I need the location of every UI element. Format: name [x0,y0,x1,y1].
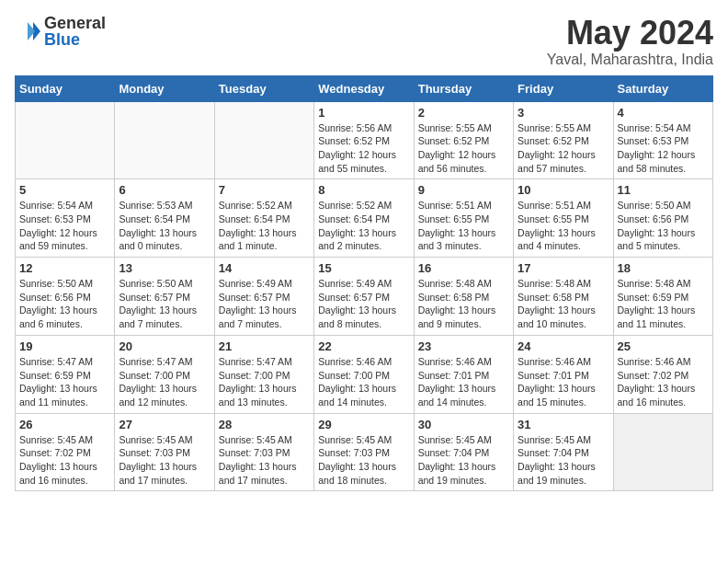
cell-text: Sunrise: 5:51 AM Sunset: 6:55 PM Dayligh… [418,199,509,253]
cell-text: Sunrise: 5:45 AM Sunset: 7:04 PM Dayligh… [518,433,609,488]
cell-text: Sunrise: 5:46 AM Sunset: 7:00 PM Dayligh… [318,355,409,409]
calendar-cell: 27Sunrise: 5:45 AM Sunset: 7:03 PM Dayli… [115,413,214,491]
calendar-cell: 28Sunrise: 5:45 AM Sunset: 7:03 PM Dayli… [214,413,313,491]
calendar-cell [16,101,115,179]
header-monday: Monday [115,75,214,101]
day-number: 26 [19,418,110,431]
cell-text: Sunrise: 5:45 AM Sunset: 7:03 PM Dayligh… [119,433,210,488]
logo: General Blue [15,15,106,48]
cell-text: Sunrise: 5:49 AM Sunset: 6:57 PM Dayligh… [318,277,409,331]
calendar-cell: 11Sunrise: 5:50 AM Sunset: 6:56 PM Dayli… [613,179,712,258]
cell-text: Sunrise: 5:52 AM Sunset: 6:54 PM Dayligh… [219,199,310,253]
logo-text: General Blue [44,15,106,48]
header-thursday: Thursday [414,75,513,101]
day-number: 4 [618,106,709,120]
day-number: 29 [318,418,409,431]
day-number: 15 [318,261,409,275]
calendar-cell: 16Sunrise: 5:48 AM Sunset: 6:58 PM Dayli… [414,258,513,336]
day-number: 23 [418,339,509,353]
cell-text: Sunrise: 5:48 AM Sunset: 6:58 PM Dayligh… [418,277,509,331]
header-sunday: Sunday [16,75,115,101]
page-header: General Blue May 2024 Yaval, Maharashtra… [15,15,713,68]
calendar-cell: 18Sunrise: 5:48 AM Sunset: 6:59 PM Dayli… [613,258,712,336]
day-number: 11 [618,183,709,197]
cell-text: Sunrise: 5:46 AM Sunset: 7:02 PM Dayligh… [618,355,709,409]
day-number: 24 [518,339,609,353]
week-row-0: 1Sunrise: 5:56 AM Sunset: 6:52 PM Daylig… [16,101,713,179]
calendar-cell: 7Sunrise: 5:52 AM Sunset: 6:54 PM Daylig… [214,179,313,258]
calendar-cell: 20Sunrise: 5:47 AM Sunset: 7:00 PM Dayli… [115,335,214,413]
cell-text: Sunrise: 5:45 AM Sunset: 7:02 PM Dayligh… [19,433,110,488]
calendar-cell: 19Sunrise: 5:47 AM Sunset: 6:59 PM Dayli… [16,335,115,413]
day-number: 30 [418,418,509,431]
calendar-cell: 6Sunrise: 5:53 AM Sunset: 6:54 PM Daylig… [115,179,214,258]
day-number: 7 [219,183,310,197]
header-friday: Friday [514,75,613,101]
logo-icon [15,18,40,44]
calendar-cell: 2Sunrise: 5:55 AM Sunset: 6:52 PM Daylig… [414,101,513,179]
day-number: 9 [418,183,509,197]
day-number: 1 [318,106,409,120]
week-row-1: 5Sunrise: 5:54 AM Sunset: 6:53 PM Daylig… [16,179,713,258]
week-row-3: 19Sunrise: 5:47 AM Sunset: 6:59 PM Dayli… [16,335,713,413]
day-number: 18 [618,261,709,275]
day-number: 8 [318,183,409,197]
calendar-cell: 8Sunrise: 5:52 AM Sunset: 6:54 PM Daylig… [314,179,414,258]
calendar-cell: 26Sunrise: 5:45 AM Sunset: 7:02 PM Dayli… [16,413,115,491]
day-number: 10 [518,183,609,197]
cell-text: Sunrise: 5:47 AM Sunset: 6:59 PM Dayligh… [19,355,110,409]
day-number: 14 [219,261,310,275]
day-number: 31 [518,418,609,431]
cell-text: Sunrise: 5:54 AM Sunset: 6:53 PM Dayligh… [19,199,110,253]
calendar-cell: 23Sunrise: 5:46 AM Sunset: 7:01 PM Dayli… [414,335,513,413]
cell-text: Sunrise: 5:54 AM Sunset: 6:53 PM Dayligh… [618,121,709,176]
day-number: 17 [518,261,609,275]
calendar-cell: 13Sunrise: 5:50 AM Sunset: 6:57 PM Dayli… [115,258,214,336]
calendar-cell: 25Sunrise: 5:46 AM Sunset: 7:02 PM Dayli… [613,335,712,413]
day-number: 13 [119,261,210,275]
calendar-cell: 12Sunrise: 5:50 AM Sunset: 6:56 PM Dayli… [16,258,115,336]
week-row-4: 26Sunrise: 5:45 AM Sunset: 7:02 PM Dayli… [16,413,713,491]
cell-text: Sunrise: 5:46 AM Sunset: 7:01 PM Dayligh… [418,355,509,409]
calendar-cell: 9Sunrise: 5:51 AM Sunset: 6:55 PM Daylig… [414,179,513,258]
day-number: 3 [518,106,609,120]
calendar-cell: 31Sunrise: 5:45 AM Sunset: 7:04 PM Dayli… [514,413,613,491]
cell-text: Sunrise: 5:45 AM Sunset: 7:03 PM Dayligh… [318,433,409,488]
calendar-cell: 29Sunrise: 5:45 AM Sunset: 7:03 PM Dayli… [314,413,414,491]
calendar-cell: 1Sunrise: 5:56 AM Sunset: 6:52 PM Daylig… [314,101,414,179]
header-row: Sunday Monday Tuesday Wednesday Thursday… [16,75,713,101]
day-number: 12 [19,261,110,275]
cell-text: Sunrise: 5:49 AM Sunset: 6:57 PM Dayligh… [219,277,310,331]
cell-text: Sunrise: 5:51 AM Sunset: 6:55 PM Dayligh… [518,199,609,253]
day-number: 2 [418,106,509,120]
logo-blue: Blue [44,31,106,48]
header-saturday: Saturday [613,75,712,101]
cell-text: Sunrise: 5:50 AM Sunset: 6:57 PM Dayligh… [119,277,210,331]
logo-general: General [44,15,106,31]
header-wednesday: Wednesday [314,75,414,101]
cell-text: Sunrise: 5:48 AM Sunset: 6:58 PM Dayligh… [518,277,609,331]
month-year: May 2024 [547,15,713,52]
cell-text: Sunrise: 5:56 AM Sunset: 6:52 PM Dayligh… [318,121,409,176]
day-number: 20 [119,339,210,353]
calendar-table: Sunday Monday Tuesday Wednesday Thursday… [15,75,713,492]
calendar-cell: 4Sunrise: 5:54 AM Sunset: 6:53 PM Daylig… [613,101,712,179]
calendar-cell: 22Sunrise: 5:46 AM Sunset: 7:00 PM Dayli… [314,335,414,413]
calendar-cell: 24Sunrise: 5:46 AM Sunset: 7:01 PM Dayli… [514,335,613,413]
day-number: 19 [19,339,110,353]
day-number: 27 [119,418,210,431]
calendar-cell: 3Sunrise: 5:55 AM Sunset: 6:52 PM Daylig… [514,101,613,179]
week-row-2: 12Sunrise: 5:50 AM Sunset: 6:56 PM Dayli… [16,258,713,336]
day-number: 28 [219,418,310,431]
calendar-cell: 17Sunrise: 5:48 AM Sunset: 6:58 PM Dayli… [514,258,613,336]
calendar-cell [613,413,712,491]
title-block: May 2024 Yaval, Maharashtra, India [547,15,713,68]
day-number: 16 [418,261,509,275]
calendar-cell: 10Sunrise: 5:51 AM Sunset: 6:55 PM Dayli… [514,179,613,258]
calendar-cell: 30Sunrise: 5:45 AM Sunset: 7:04 PM Dayli… [414,413,513,491]
calendar-cell [214,101,313,179]
cell-text: Sunrise: 5:55 AM Sunset: 6:52 PM Dayligh… [518,121,609,176]
cell-text: Sunrise: 5:50 AM Sunset: 6:56 PM Dayligh… [19,277,110,331]
calendar-body: 1Sunrise: 5:56 AM Sunset: 6:52 PM Daylig… [16,101,713,491]
cell-text: Sunrise: 5:47 AM Sunset: 7:00 PM Dayligh… [119,355,210,409]
